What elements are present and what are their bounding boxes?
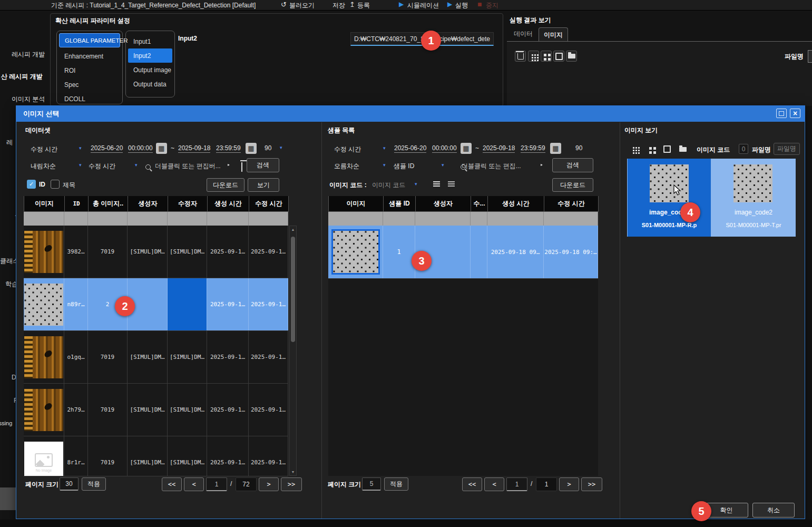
samples-next-page-button[interactable]: > (559, 477, 579, 491)
sidebar-item-processing[interactable]: cessing (0, 420, 12, 426)
samples-download-button[interactable]: 다운로드 (552, 178, 593, 192)
column-header[interactable]: 생성자 (128, 196, 168, 212)
samples-days[interactable]: 90 (575, 144, 582, 152)
result-grid-view-button[interactable] (528, 51, 539, 62)
dataset-next-page-button[interactable]: > (259, 477, 279, 491)
calendar-icon[interactable]: ▦ (461, 143, 472, 154)
samples-time-to[interactable]: 23:59:59 (521, 144, 545, 153)
dataset-prev-page-button[interactable]: < (184, 477, 204, 491)
column-header[interactable]: 수... (471, 196, 488, 212)
dataset-id-checkbox[interactable]: ✓ (27, 180, 36, 189)
tab-dcoll[interactable]: DCOLL (59, 92, 120, 106)
table-row[interactable]: o1gq… 7019 [SIMUL]DM… [SIMUL]DM… 2025-09… (24, 331, 288, 384)
dataset-apply-button[interactable]: 적용 (82, 477, 106, 491)
dataset-download-button[interactable]: 다운로드 (207, 178, 244, 192)
tab-result-image[interactable]: 이미지 (539, 27, 568, 42)
sidebar-item-diffusion-recipe-dev[interactable]: 산 레시피 개발 (1, 72, 43, 81)
tab-result-data[interactable]: 데이터 (514, 30, 533, 38)
simulate-button[interactable]: 시뮬레이션 (407, 1, 439, 10)
viewer-filename-button[interactable]: 파일명 (774, 143, 800, 155)
samples-date-from[interactable]: 2025-06-20 (394, 144, 426, 153)
scrollbar-thumb[interactable] (291, 237, 295, 342)
samples-first-page-button[interactable]: << (462, 477, 482, 491)
column-header[interactable]: 수정 시간 (249, 196, 289, 212)
result-folder-button[interactable] (566, 51, 577, 62)
table-row-selected[interactable]: n89r… 2 2025-09-1… 2025-09-1… (24, 278, 288, 331)
run-button[interactable]: 실행 (455, 1, 468, 10)
chevron-down-icon[interactable]: ▾ (442, 162, 444, 168)
samples-sort-field[interactable]: 샘플 ID (394, 162, 414, 171)
viewer-grid-view-button[interactable] (629, 143, 641, 155)
dataset-filter-row[interactable] (24, 212, 288, 226)
dataset-last-page-button[interactable]: >> (281, 477, 302, 491)
column-header[interactable]: 생성 시간 (488, 196, 544, 212)
sidebar-item-recipe-dev[interactable]: 레시피 개발 (12, 50, 45, 59)
table-row[interactable]: No Image 8r1r… 7019 [SIMUL]DM… [SIMUL]DM… (24, 436, 288, 476)
calendar-icon[interactable]: ▦ (246, 143, 257, 154)
viewer-folder-button[interactable] (677, 143, 689, 155)
samples-date-to[interactable]: 2025-09-18 (483, 144, 515, 153)
dataset-view-button[interactable]: 보기 (248, 178, 279, 192)
samples-search-button[interactable]: 검색 (552, 158, 593, 172)
scroll-down-icon[interactable]: ▼ (290, 470, 296, 474)
sidebar-item-image-analysis[interactable]: 이미지 분석 (12, 95, 45, 104)
samples-image-code-select[interactable]: 이미지 코드 (372, 181, 405, 190)
column-header[interactable]: 수정자 (168, 196, 208, 212)
tab-spec[interactable]: Spec (59, 77, 120, 92)
tab-input2[interactable]: Input2 (128, 48, 172, 63)
samples-time-field[interactable]: 수정 시간 (334, 145, 361, 154)
chevron-down-icon[interactable]: ▾ (79, 162, 82, 168)
chevron-down-icon[interactable]: ▾ (135, 162, 138, 168)
dataset-date-from[interactable]: 2025-06-20 (91, 144, 123, 153)
dialog-close-button[interactable]: × (790, 109, 800, 118)
column-header[interactable]: 수정 시간 (544, 196, 599, 212)
dataset-time-to[interactable]: 23:59:59 (216, 144, 241, 153)
dataset-scrollbar[interactable]: ▲ ▼ (289, 226, 297, 476)
result-single-view-button[interactable] (553, 51, 564, 62)
dataset-title-checkbox[interactable] (51, 180, 60, 189)
chevron-down-icon[interactable]: ▾ (79, 145, 82, 151)
list-spacing-icon[interactable] (448, 181, 455, 187)
chevron-down-icon[interactable]: ▾ (280, 145, 282, 150)
result-delete-button[interactable] (515, 51, 526, 62)
cancel-button[interactable]: 취소 (752, 503, 795, 518)
viewer-tile-view-button[interactable] (645, 143, 657, 155)
viewer-single-view-button[interactable] (661, 143, 673, 155)
tab-output-data[interactable]: Output data (128, 77, 172, 91)
samples-time-from[interactable]: 00:00:00 (432, 144, 457, 153)
column-header[interactable]: 샘플 ID (384, 196, 416, 212)
column-header[interactable]: 총 이미지.. (89, 196, 128, 212)
sample-row-selected[interactable]: 1 2025-09-18 09… 2025-09-18 09:… (328, 226, 598, 279)
samples-filter-row[interactable] (328, 212, 598, 226)
dataset-page-input[interactable]: 1 (206, 477, 227, 491)
dataset-search-button[interactable]: 검색 (247, 158, 279, 172)
column-header[interactable]: 이미지 (329, 196, 384, 212)
samples-prev-page-button[interactable]: < (484, 477, 504, 491)
register-button[interactable]: 등록 (357, 1, 370, 10)
dataset-sort-order[interactable]: 내림차순 (31, 162, 56, 171)
calendar-icon[interactable]: ▦ (156, 143, 167, 154)
result-filename-input[interactable] (808, 50, 812, 63)
column-header[interactable]: 생성자 (416, 196, 471, 212)
sidebar-dock-box[interactable] (0, 487, 16, 510)
samples-page-size-input[interactable]: 5 (362, 477, 381, 491)
dataset-search-hint[interactable]: 더블클릭 또는 편집버... (155, 162, 221, 171)
samples-apply-button[interactable]: 적용 (384, 477, 408, 491)
dialog-maximize-button[interactable] (776, 109, 787, 118)
dataset-sort-field[interactable]: 수정 시간 (89, 162, 115, 171)
load-button[interactable]: 불러오기 (289, 1, 315, 10)
chevron-down-icon[interactable]: ▾ (415, 181, 417, 187)
tab-global-parameter[interactable]: GLOBAL PARAMETER (59, 33, 120, 47)
chevron-down-icon[interactable]: ▾ (383, 162, 386, 168)
chevron-down-icon[interactable]: ▾ (383, 145, 386, 151)
tab-enhancement[interactable]: Enhancement (59, 49, 120, 63)
samples-last-page-button[interactable]: >> (581, 477, 602, 491)
tab-output-image[interactable]: Output image (128, 63, 172, 77)
samples-search-hint[interactable]: 더블클릭 또는 편집... (462, 162, 521, 171)
save-button[interactable]: 저장 (332, 1, 345, 10)
list-view-icon[interactable] (433, 181, 440, 187)
sidebar-item-clipped-1[interactable]: 레 (6, 138, 13, 147)
dataset-date-to[interactable]: 2025-09-18 (178, 144, 210, 153)
tab-input1[interactable]: Input1 (128, 34, 172, 48)
viewer-image-1[interactable] (650, 164, 689, 202)
